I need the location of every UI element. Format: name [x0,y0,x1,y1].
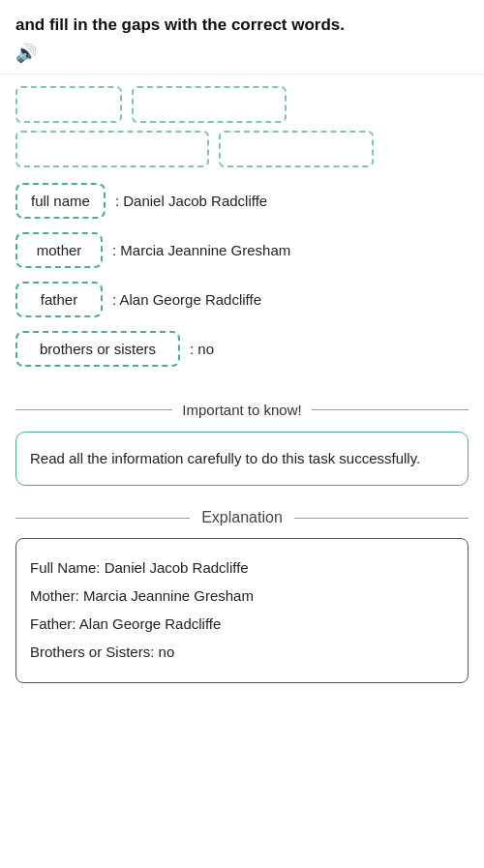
drag-box-4[interactable] [219,131,374,167]
explanation-box: Full Name: Daniel Jacob Radcliffe Mother… [15,538,469,683]
drag-area [0,75,484,173]
info-body-text: Read all the information carefully to do… [30,450,420,466]
explanation-line-4: Brothers or Sisters: no [30,639,454,665]
explanation-line-3: Father: Alan George Radcliffe [30,611,454,637]
value-mother: : Marcia Jeannine Gresham [112,242,290,258]
important-section: Important to know! [0,390,484,424]
value-full-name: : Daniel Jacob Radcliffe [115,193,267,209]
drag-box-2[interactable] [132,86,287,123]
drag-box-3[interactable] [15,131,209,167]
info-box: Read all the information carefully to do… [15,432,469,487]
profile-row-fullname: full name : Daniel Jacob Radcliffe [15,183,469,219]
speaker-icon[interactable]: 🔊 [15,43,37,64]
drag-row-2 [15,131,469,167]
drag-row-1 [15,86,469,123]
value-father: : Alan George Radcliffe [112,291,261,308]
drag-box-1[interactable] [15,86,122,123]
label-brothers-sisters: brothers or sisters [15,331,180,367]
profile-row-father: father : Alan George Radcliffe [15,282,469,317]
explanation-line-1: Full Name: Daniel Jacob Radcliffe [30,554,454,581]
header-section: and fill in the gaps with the correct wo… [0,0,484,75]
explanation-line-2: Mother: Marcia Jeannine Gresham [30,583,454,609]
label-full-name: full name [15,183,106,219]
value-brothers-sisters: : no [190,341,214,357]
label-mother: mother [15,232,103,268]
divider-right [312,409,469,410]
header-title: and fill in the gaps with the correct wo… [15,14,469,37]
explanation-divider-right [294,518,469,519]
profile-row-siblings: brothers or sisters : no [15,331,469,367]
divider-left [15,409,172,410]
explanation-section: Explanation [0,499,484,530]
important-heading: Important to know! [172,400,311,420]
explanation-heading: Explanation [190,509,294,526]
explanation-divider-left [15,518,190,519]
profile-section: full name : Daniel Jacob Radcliffe mothe… [0,173,484,390]
profile-row-mother: mother : Marcia Jeannine Gresham [15,232,469,268]
label-father: father [15,282,103,317]
